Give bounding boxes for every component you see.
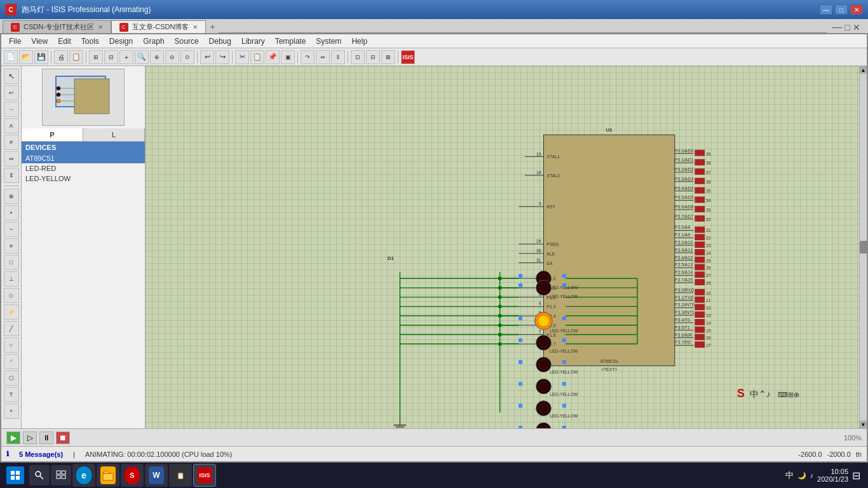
tb-redo[interactable]: ↪ (215, 50, 229, 64)
coordinates: -2600.0 -2000.0 th (798, 451, 862, 458)
tb-grid[interactable]: ⊞ (89, 50, 103, 64)
menu-tools[interactable]: Tools (76, 36, 104, 47)
lt-text[interactable]: T (4, 387, 19, 402)
menu-design[interactable]: Design (104, 36, 138, 47)
lt-component[interactable]: ⊕ (4, 189, 19, 204)
menu-edit[interactable]: Edit (53, 36, 76, 47)
taskbar-isis[interactable]: ISIS (193, 464, 216, 487)
tb-zoomout[interactable]: ⊖ (165, 50, 179, 64)
taskbar-notification[interactable]: ⊟ (852, 470, 860, 482)
schematic-canvas[interactable]: U1 19 XTAL1 18 XTAL2 9 RST 29 PSEN (146, 66, 867, 428)
tb-mirror[interactable]: ⇔ (316, 50, 330, 64)
svg-point-200 (538, 315, 550, 327)
start-button[interactable] (3, 465, 28, 485)
device-led-red[interactable]: LED-RED (22, 163, 145, 173)
menu-debug[interactable]: Debug (204, 36, 236, 47)
lt-undo[interactable]: ↩ (4, 85, 19, 100)
lt-flip-h[interactable]: ⇔ (4, 151, 19, 166)
menu-library[interactable]: Library (236, 36, 270, 47)
lt-polygon[interactable]: ⬡ (4, 370, 19, 386)
lt-select[interactable]: ↖ (4, 69, 19, 84)
lt-arc[interactable]: ◜ (4, 354, 19, 369)
tb-zoomin[interactable]: 🔍 (135, 50, 149, 64)
scrollbar-thumb[interactable] (860, 241, 867, 254)
vertical-scrollbar[interactable]: ▲ ▼ (859, 66, 867, 428)
taskbar-word[interactable]: W (145, 464, 168, 487)
scrollbar-down[interactable]: ▼ (860, 421, 867, 428)
tb-tag3[interactable]: ⊠ (381, 50, 395, 64)
lt-junction[interactable]: • (4, 205, 19, 220)
menu-graph[interactable]: Graph (138, 36, 169, 47)
tb-new[interactable]: 📄 (4, 50, 18, 64)
svg-text:12: 12 (706, 306, 711, 310)
browser-close[interactable]: ✕ (853, 22, 860, 32)
scrollbar-up[interactable]: ▲ (860, 66, 867, 74)
taskbar-sogou[interactable]: S (121, 464, 144, 487)
search-button[interactable] (29, 465, 50, 485)
stop-button[interactable]: ⏹ (56, 431, 70, 444)
device-at89c51[interactable]: AT89C51 (22, 153, 145, 163)
lt-label[interactable]: A (4, 118, 19, 133)
device-led-yellow[interactable]: LED-YELLOW (22, 173, 145, 184)
tb-copy[interactable]: 📋 (250, 50, 264, 64)
tb-paste[interactable]: 📌 (266, 50, 280, 64)
menu-system[interactable]: System (311, 36, 346, 47)
menu-help[interactable]: Help (346, 36, 372, 47)
menu-file[interactable]: File (4, 36, 26, 47)
tb-tag2[interactable]: ⊟ (366, 50, 380, 64)
tb-cut[interactable]: ✂ (235, 50, 249, 64)
menu-view[interactable]: View (26, 36, 53, 47)
play-slow-button[interactable]: ▷ (23, 431, 37, 444)
tb-undo[interactable]: ↩ (200, 50, 214, 64)
tb-zoomall[interactable]: ⊕ (150, 50, 164, 64)
lt-port[interactable]: ◇ (4, 288, 19, 303)
pause-button[interactable]: ⏸ (39, 431, 53, 444)
tab-wenzhan[interactable]: C 互文章-CSDN博客 ✕ (111, 20, 207, 33)
svg-rect-196 (519, 283, 522, 287)
lt-wire[interactable]: ~ (4, 222, 19, 237)
app-title: 跑马灯 - ISIS Professional (Animating) (22, 4, 151, 15)
tb-zoomfit[interactable]: ⊙ (180, 50, 194, 64)
tb-grid2[interactable]: ⊟ (104, 50, 118, 64)
menu-template[interactable]: Template (270, 36, 311, 47)
tab-csdn-close[interactable]: ✕ (98, 24, 103, 30)
minimize-button[interactable]: — (820, 4, 832, 15)
tab-csdn[interactable]: C CSDN-专业IT技术社区 ✕ (3, 20, 111, 33)
new-tab-button[interactable]: + (206, 20, 219, 33)
tb-print2[interactable]: 📋 (69, 50, 83, 64)
close-button[interactable]: ✕ (850, 4, 863, 15)
svg-text:15: 15 (706, 329, 711, 333)
tb-open[interactable]: 📂 (19, 50, 33, 64)
tb-run[interactable]: ISIS (401, 50, 415, 64)
tb-snap[interactable]: + (119, 50, 133, 64)
browser-restore[interactable]: □ (845, 22, 850, 32)
svg-text:38: 38 (706, 161, 711, 165)
play-button[interactable]: ▶ (6, 431, 20, 444)
lt-number[interactable]: # (4, 135, 19, 150)
taskbar-explorer[interactable] (97, 464, 119, 487)
tb-tag1[interactable]: ⊡ (351, 50, 365, 64)
tb-mirror2[interactable]: ⇕ (331, 50, 345, 64)
maximize-button[interactable]: □ (835, 4, 848, 15)
tab-wenzhan-close[interactable]: ✕ (193, 24, 198, 30)
lt-terminal[interactable]: ⊥ (4, 271, 19, 287)
sidebar-tab-p[interactable]: P (22, 128, 83, 141)
tb-save[interactable]: 💾 (34, 50, 48, 64)
task-view-button[interactable] (51, 465, 71, 485)
menu-source[interactable]: Source (170, 36, 204, 47)
taskbar-ie[interactable]: e (72, 464, 95, 487)
lt-circle[interactable]: ○ (4, 337, 19, 353)
tb-print[interactable]: 🖨 (54, 50, 68, 64)
sidebar-tab-l[interactable]: L (83, 128, 145, 141)
taskbar-onemore[interactable]: 📋 (169, 464, 192, 487)
lt-power[interactable]: ⚡ (4, 304, 19, 320)
lt-symbol[interactable]: + (4, 403, 19, 419)
tb-block[interactable]: ▣ (281, 50, 295, 64)
lt-input[interactable]: → (4, 102, 19, 117)
lt-flip-v[interactable]: ⇕ (4, 168, 19, 183)
browser-minimize[interactable]: — (832, 22, 843, 33)
tb-rotate[interactable]: ↷ (301, 50, 315, 64)
lt-bus[interactable]: ≡ (4, 238, 19, 254)
lt-subcircuit[interactable]: □ (4, 255, 19, 270)
lt-line[interactable]: ╱ (4, 321, 19, 336)
